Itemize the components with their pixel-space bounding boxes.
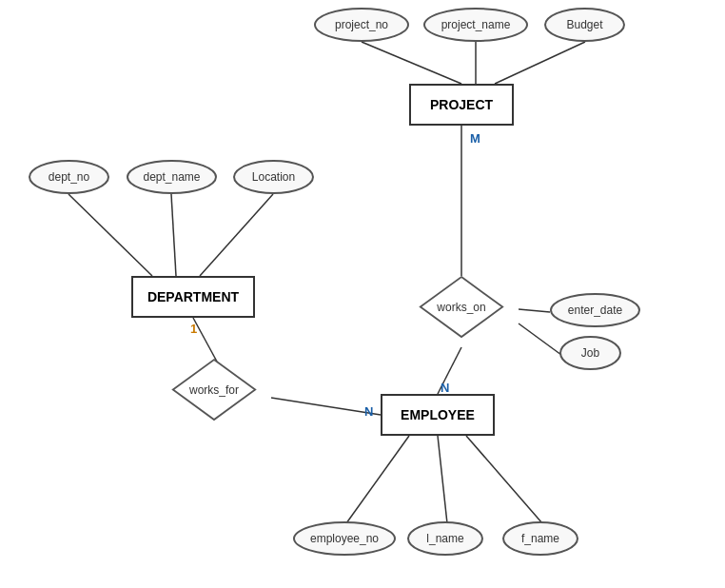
entity-employee: EMPLOYEE [381,394,495,436]
svg-line-3 [69,194,152,276]
entity-department: DEPARTMENT [131,276,255,318]
diagram-lines [0,0,725,588]
ellipse-enter-date: enter_date [550,293,640,327]
ellipse-job: Job [559,336,621,370]
svg-line-8 [519,309,550,312]
svg-line-12 [346,436,409,523]
ellipse-location-label: Location [252,170,295,184]
ellipse-location: Location [233,160,314,194]
svg-line-5 [200,194,273,276]
diamond-works-on: works_on [419,274,504,341]
ellipse-f-name: f_name [502,521,578,556]
ellipse-f-name-label: f_name [521,532,559,545]
ellipse-project-name-label: project_name [441,18,511,31]
label-N-works-on: N [441,381,449,395]
ellipse-job-label: Job [581,346,599,360]
ellipse-employee-no: employee_no [293,521,396,556]
ellipse-budget-label: Budget [566,18,602,31]
ellipse-budget: Budget [544,8,625,42]
svg-line-2 [495,42,585,84]
svg-line-0 [362,42,461,84]
ellipse-dept-name: dept_name [127,160,217,194]
entity-employee-label: EMPLOYEE [401,407,475,422]
diamond-works-for: works_for [171,357,257,423]
svg-line-9 [519,323,561,355]
er-diagram: PROJECT DEPARTMENT EMPLOYEE project_no p… [0,0,725,588]
entity-project-label: PROJECT [430,97,493,112]
svg-line-4 [171,194,176,276]
diamond-works-for-label: works_for [189,383,239,397]
ellipse-l-name-label: l_name [426,532,463,545]
entity-project: PROJECT [409,84,514,126]
diamond-works-on-label: works_on [437,301,485,314]
ellipse-project-name: project_name [423,8,528,42]
label-1: 1 [190,322,197,336]
ellipse-project-no: project_no [314,8,409,42]
ellipse-dept-no: dept_no [29,160,109,194]
ellipse-dept-name-label: dept_name [143,170,200,184]
ellipse-dept-no-label: dept_no [49,170,89,184]
ellipse-l-name: l_name [407,521,483,556]
entity-department-label: DEPARTMENT [147,289,239,304]
ellipse-employee-no-label: employee_no [310,532,379,545]
label-N-works-for: N [364,404,373,419]
svg-line-14 [466,436,542,523]
ellipse-enter-date-label: enter_date [568,304,622,317]
ellipse-project-no-label: project_no [335,18,388,31]
svg-line-13 [438,436,447,523]
label-M: M [470,131,480,146]
